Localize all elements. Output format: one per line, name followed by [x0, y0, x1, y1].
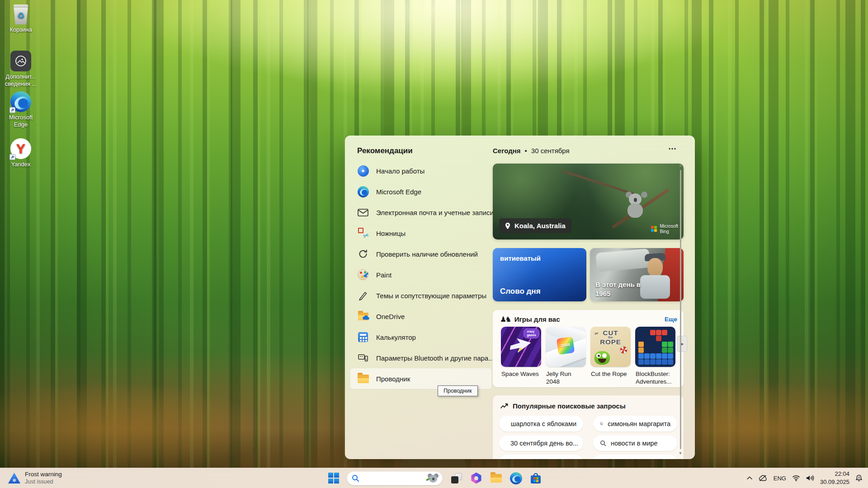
- rec-item-snipping-tool[interactable]: ✂ Ножницы: [350, 223, 491, 244]
- location-pin-icon: [505, 222, 510, 230]
- rec-item-bluetooth-devices[interactable]: Параметры Bluetooth и другие пара...: [350, 347, 491, 368]
- notifications-button[interactable]: z: [855, 474, 863, 482]
- desktop-icon-edge[interactable]: ↗ Microsoft Edge: [0, 91, 42, 129]
- search-chip[interactable]: шарлотка с яблоками: [499, 416, 583, 432]
- chip-label: похороны тиграна: [611, 459, 666, 460]
- bing-attribution: Microsoft Bing: [651, 224, 678, 234]
- widgets-scrollbar[interactable]: ▲ ▼: [677, 164, 684, 455]
- edge-button[interactable]: [510, 472, 522, 484]
- onedrive-icon: [357, 310, 369, 322]
- pen-icon: [357, 290, 369, 301]
- system-tray: ENG 22:04 30.09.2025 z: [746, 468, 863, 488]
- file-explorer-icon: [357, 373, 369, 385]
- today-header: Сегодня • 30 сентября: [493, 147, 570, 155]
- game-tile-space-waves[interactable]: crazy games Space Waves: [501, 327, 541, 386]
- devices-icon: [357, 352, 369, 364]
- word-of-day-card[interactable]: витиеватый Слово дня: [493, 248, 586, 301]
- onedrive-tray-button[interactable]: [759, 475, 768, 481]
- task-view-button[interactable]: [450, 472, 462, 484]
- rec-item-label: Электронная почта и учетные записи: [376, 209, 494, 216]
- rec-item-label: Ножницы: [376, 230, 406, 237]
- wifi-button[interactable]: [792, 475, 800, 482]
- hidden-icons-chevron[interactable]: [746, 476, 753, 480]
- calculator-icon: [357, 331, 369, 343]
- badge-line: crazy: [527, 330, 536, 333]
- location-pill: Koala, Australia: [499, 218, 571, 233]
- scroll-up-icon[interactable]: ▲: [679, 164, 683, 168]
- start-button[interactable]: [328, 473, 339, 483]
- rec-item-themes[interactable]: Темы и сопутствующие параметры: [350, 285, 491, 306]
- edge-icon: [357, 186, 369, 197]
- game-title-line: Adventures...: [636, 378, 675, 386]
- mini-cards-row: витиеватый Слово дня В этот день в 1965: [493, 248, 684, 301]
- rec-item-mail[interactable]: Электронная почта и учетные записи: [350, 202, 491, 223]
- cockpit-decor: [595, 249, 650, 272]
- shortcut-arrow-icon: ↗: [9, 107, 15, 113]
- rec-item-paint[interactable]: Paint: [350, 264, 491, 285]
- rec-item-label: Параметры Bluetooth и другие пара...: [376, 354, 494, 362]
- taskbar-center: [328, 468, 542, 488]
- search-chip[interactable]: 30 сентября день во...: [499, 435, 583, 451]
- language-indicator[interactable]: ENG: [774, 475, 786, 482]
- games-title: Игры для вас: [514, 315, 660, 323]
- search-chip[interactable]: похороны тиграна: [593, 455, 677, 459]
- rec-item-label: OneDrive: [376, 313, 405, 320]
- taskbar-search-box[interactable]: [347, 471, 443, 485]
- today-label: Сегодня: [493, 147, 521, 155]
- widgets-button[interactable]: ❄ Frost warning Just issued: [8, 468, 62, 488]
- rec-item-onedrive[interactable]: OneDrive: [350, 306, 491, 327]
- edge-icon: ↗: [10, 91, 31, 112]
- game-tile-jelly-run[interactable]: 2048 Jelly Run 2048: [546, 327, 586, 386]
- games-more-link[interactable]: Еще: [665, 316, 677, 323]
- rec-item-edge[interactable]: Microsoft Edge: [350, 181, 491, 202]
- game-tile-cut-the-rope[interactable]: ✂ CUT the ROPE Cut the Rope: [590, 327, 631, 386]
- chip-label: симоньян маргарита: [608, 420, 670, 427]
- microsoft-365-button[interactable]: [470, 472, 482, 484]
- rec-item-check-updates[interactable]: Проверить наличие обновлений: [350, 244, 491, 264]
- rec-item-label: Начало работы: [376, 167, 425, 175]
- hero-card-koala[interactable]: Koala, Australia Microsoft Bing: [493, 164, 684, 239]
- games-header: ♟♞ Игры для вас Еще: [493, 310, 684, 324]
- search-chip[interactable]: pubg mobile: [499, 455, 583, 459]
- search-chip[interactable]: симоньян маргарита: [593, 416, 677, 432]
- more-options-icon[interactable]: ⋯: [668, 144, 677, 154]
- games-icon: ♟♞: [500, 315, 510, 324]
- chevron-up-icon: [746, 476, 753, 480]
- scroll-down-icon[interactable]: ▼: [679, 451, 683, 455]
- microsoft-store-button[interactable]: [530, 472, 542, 484]
- desktop-icon-label: Yandex: [0, 161, 42, 168]
- game-title: Jelly Run 2048: [546, 371, 586, 386]
- desktop-icon-label: Microsoft: [0, 114, 42, 121]
- widget-subtitle: Just issued: [25, 479, 62, 486]
- recycle-bin-icon: ♻: [12, 4, 30, 24]
- rec-item-get-started[interactable]: ✦ Начало работы: [350, 160, 491, 181]
- puppet-head: [647, 258, 663, 277]
- widget-title: Frost warning: [25, 471, 62, 479]
- desktop-icon-recycle-bin[interactable]: ♻ Корзина: [0, 4, 42, 33]
- desktop-icon-info[interactable]: Дополнит... сведения ...: [0, 51, 42, 88]
- file-explorer-button[interactable]: [490, 472, 502, 484]
- games-card: ♟♞ Игры для вас Еще crazy games Space Wa…: [493, 310, 684, 387]
- today-date: 30 сентября: [531, 147, 570, 155]
- rec-item-label: Калькулятор: [376, 333, 416, 341]
- candy-decor: [620, 346, 627, 354]
- desktop-icon-yandex[interactable]: Y ↗ Yandex: [0, 138, 42, 168]
- volume-button[interactable]: [806, 475, 814, 481]
- widgets-column: Сегодня • 30 сентября ⋯ Koala, Australia…: [493, 136, 685, 459]
- search-chip[interactable]: новости в мире: [593, 435, 677, 451]
- clock[interactable]: 22:04 30.09.2025: [820, 470, 849, 486]
- this-day-card[interactable]: В этот день в 1965: [590, 248, 684, 301]
- scrollbar-track[interactable]: [680, 170, 681, 449]
- jelly-cube: 2048: [557, 337, 575, 355]
- chip-label: шарлотка с яблоками: [511, 420, 576, 427]
- chip-label: 30 сентября день во...: [510, 440, 578, 447]
- recommendations-title: Рекомендации: [357, 146, 413, 155]
- microsoft-logo-icon: [651, 226, 657, 232]
- puppet-body: [640, 275, 670, 299]
- omnom-character: [594, 351, 610, 365]
- koala-figure: [627, 193, 646, 219]
- game-tile-blockbuster[interactable]: BlockBuster: Adventures...: [635, 327, 675, 386]
- search-chips: шарлотка с яблоками симоньян маргарита 3…: [493, 416, 684, 459]
- rec-item-calculator[interactable]: Калькулятор: [350, 327, 491, 347]
- wifi-icon: [792, 475, 800, 482]
